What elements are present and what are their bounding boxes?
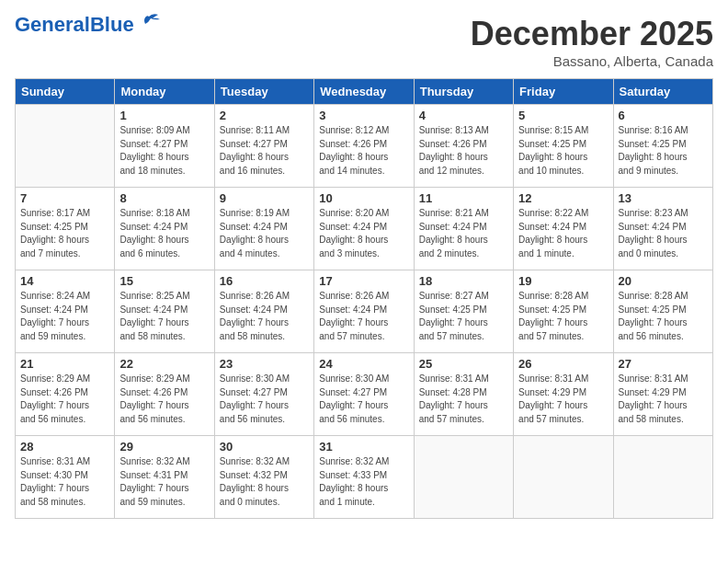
day-number: 2 <box>220 109 309 122</box>
cell-content: Sunrise: 8:29 AMSunset: 4:26 PMDaylight:… <box>20 373 109 426</box>
cell-content: Sunrise: 8:32 AMSunset: 4:31 PMDaylight:… <box>119 455 209 509</box>
day-number: 3 <box>319 109 408 122</box>
calendar-table: SundayMondayTuesdayWednesdayThursdayFrid… <box>15 78 713 519</box>
day-header-wednesday: Wednesday <box>314 79 414 105</box>
page-header: GeneralBlue December 2025 Bassano, Alber… <box>15 15 713 69</box>
calendar-cell: 17Sunrise: 8:26 AMSunset: 4:24 PMDayligh… <box>314 270 414 353</box>
cell-content: Sunrise: 8:31 AMSunset: 4:29 PMDaylight:… <box>619 373 708 426</box>
day-number: 28 <box>20 440 109 454</box>
day-number: 5 <box>518 109 608 122</box>
calendar-cell: 8Sunrise: 8:18 AMSunset: 4:24 PMDaylight… <box>115 188 214 270</box>
day-number: 15 <box>119 274 209 288</box>
calendar-cell: 1Sunrise: 8:09 AMSunset: 4:27 PMDaylight… <box>115 105 214 188</box>
logo-text: GeneralBlue <box>15 15 134 35</box>
calendar-cell: 25Sunrise: 8:31 AMSunset: 4:28 PMDayligh… <box>414 353 513 436</box>
title-block: December 2025 Bassano, Alberta, Canada <box>471 15 713 69</box>
month-title: December 2025 <box>471 15 713 53</box>
day-header-saturday: Saturday <box>613 79 712 105</box>
logo-general: General <box>15 13 90 36</box>
cell-content: Sunrise: 8:31 AMSunset: 4:30 PMDaylight:… <box>20 455 109 509</box>
calendar-cell <box>16 105 115 188</box>
cell-content: Sunrise: 8:31 AMSunset: 4:28 PMDaylight:… <box>419 373 508 426</box>
location: Bassano, Alberta, Canada <box>471 53 713 69</box>
calendar-cell: 16Sunrise: 8:26 AMSunset: 4:24 PMDayligh… <box>214 270 313 353</box>
cell-content: Sunrise: 8:30 AMSunset: 4:27 PMDaylight:… <box>220 373 309 426</box>
day-header-friday: Friday <box>514 79 613 105</box>
calendar-cell: 26Sunrise: 8:31 AMSunset: 4:29 PMDayligh… <box>514 353 613 436</box>
cell-content: Sunrise: 8:31 AMSunset: 4:29 PMDaylight:… <box>518 373 608 426</box>
logo: GeneralBlue <box>15 15 162 35</box>
calendar-cell: 20Sunrise: 8:28 AMSunset: 4:25 PMDayligh… <box>613 270 712 353</box>
cell-content: Sunrise: 8:17 AMSunset: 4:25 PMDaylight:… <box>20 207 109 260</box>
cell-content: Sunrise: 8:25 AMSunset: 4:24 PMDaylight:… <box>119 290 209 343</box>
calendar-week-row: 1Sunrise: 8:09 AMSunset: 4:27 PMDaylight… <box>16 105 713 188</box>
day-number: 24 <box>319 357 408 371</box>
day-number: 16 <box>220 274 309 288</box>
calendar-cell: 6Sunrise: 8:16 AMSunset: 4:25 PMDaylight… <box>613 105 712 188</box>
cell-content: Sunrise: 8:18 AMSunset: 4:24 PMDaylight:… <box>119 207 209 260</box>
calendar-cell: 9Sunrise: 8:19 AMSunset: 4:24 PMDaylight… <box>214 188 313 270</box>
cell-content: Sunrise: 8:09 AMSunset: 4:27 PMDaylight:… <box>119 124 209 178</box>
day-number: 4 <box>419 109 508 122</box>
cell-content: Sunrise: 8:32 AMSunset: 4:32 PMDaylight:… <box>220 455 309 509</box>
calendar-cell: 12Sunrise: 8:22 AMSunset: 4:24 PMDayligh… <box>514 188 613 270</box>
cell-content: Sunrise: 8:12 AMSunset: 4:26 PMDaylight:… <box>319 124 408 178</box>
cell-content: Sunrise: 8:26 AMSunset: 4:24 PMDaylight:… <box>319 290 408 343</box>
day-number: 17 <box>319 274 408 288</box>
cell-content: Sunrise: 8:32 AMSunset: 4:33 PMDaylight:… <box>319 455 408 509</box>
calendar-cell <box>414 436 513 519</box>
cell-content: Sunrise: 8:26 AMSunset: 4:24 PMDaylight:… <box>220 290 309 343</box>
cell-content: Sunrise: 8:24 AMSunset: 4:24 PMDaylight:… <box>20 290 109 343</box>
day-number: 19 <box>518 274 608 288</box>
day-number: 11 <box>419 191 508 205</box>
calendar-cell: 2Sunrise: 8:11 AMSunset: 4:27 PMDaylight… <box>214 105 313 188</box>
cell-content: Sunrise: 8:28 AMSunset: 4:25 PMDaylight:… <box>619 290 708 343</box>
day-number: 18 <box>419 274 508 288</box>
calendar-cell: 5Sunrise: 8:15 AMSunset: 4:25 PMDaylight… <box>514 105 613 188</box>
cell-content: Sunrise: 8:20 AMSunset: 4:24 PMDaylight:… <box>319 207 408 260</box>
cell-content: Sunrise: 8:16 AMSunset: 4:25 PMDaylight:… <box>619 124 708 178</box>
day-number: 1 <box>119 109 209 122</box>
calendar-week-row: 14Sunrise: 8:24 AMSunset: 4:24 PMDayligh… <box>16 270 713 353</box>
cell-content: Sunrise: 8:23 AMSunset: 4:24 PMDaylight:… <box>619 207 708 260</box>
calendar-cell <box>613 436 712 519</box>
calendar-cell: 27Sunrise: 8:31 AMSunset: 4:29 PMDayligh… <box>613 353 712 436</box>
calendar-cell: 22Sunrise: 8:29 AMSunset: 4:26 PMDayligh… <box>115 353 214 436</box>
day-header-monday: Monday <box>115 79 214 105</box>
day-number: 8 <box>119 191 209 205</box>
cell-content: Sunrise: 8:13 AMSunset: 4:26 PMDaylight:… <box>419 124 508 178</box>
calendar-cell: 4Sunrise: 8:13 AMSunset: 4:26 PMDaylight… <box>414 105 513 188</box>
day-number: 26 <box>518 357 608 371</box>
calendar-cell: 13Sunrise: 8:23 AMSunset: 4:24 PMDayligh… <box>613 188 712 270</box>
day-header-thursday: Thursday <box>414 79 513 105</box>
logo-blue: Blue <box>90 13 134 36</box>
calendar-cell: 29Sunrise: 8:32 AMSunset: 4:31 PMDayligh… <box>115 436 214 519</box>
calendar-cell: 11Sunrise: 8:21 AMSunset: 4:24 PMDayligh… <box>414 188 513 270</box>
cell-content: Sunrise: 8:29 AMSunset: 4:26 PMDaylight:… <box>119 373 209 426</box>
day-number: 25 <box>419 357 508 371</box>
calendar-cell: 10Sunrise: 8:20 AMSunset: 4:24 PMDayligh… <box>314 188 414 270</box>
day-number: 29 <box>119 440 209 454</box>
cell-content: Sunrise: 8:15 AMSunset: 4:25 PMDaylight:… <box>518 124 608 178</box>
day-header-tuesday: Tuesday <box>214 79 313 105</box>
cell-content: Sunrise: 8:19 AMSunset: 4:24 PMDaylight:… <box>220 207 309 260</box>
day-number: 23 <box>220 357 309 371</box>
calendar-week-row: 7Sunrise: 8:17 AMSunset: 4:25 PMDaylight… <box>16 188 713 270</box>
day-number: 30 <box>220 440 309 454</box>
calendar-week-row: 21Sunrise: 8:29 AMSunset: 4:26 PMDayligh… <box>16 353 713 436</box>
cell-content: Sunrise: 8:11 AMSunset: 4:27 PMDaylight:… <box>220 124 309 178</box>
day-number: 9 <box>220 191 309 205</box>
calendar-cell: 28Sunrise: 8:31 AMSunset: 4:30 PMDayligh… <box>16 436 115 519</box>
calendar-cell: 21Sunrise: 8:29 AMSunset: 4:26 PMDayligh… <box>16 353 115 436</box>
calendar-header-row: SundayMondayTuesdayWednesdayThursdayFrid… <box>16 79 713 105</box>
day-header-sunday: Sunday <box>16 79 115 105</box>
day-number: 21 <box>20 357 109 371</box>
cell-content: Sunrise: 8:30 AMSunset: 4:27 PMDaylight:… <box>319 373 408 426</box>
day-number: 20 <box>619 274 708 288</box>
day-number: 27 <box>619 357 708 371</box>
cell-content: Sunrise: 8:28 AMSunset: 4:25 PMDaylight:… <box>518 290 608 343</box>
day-number: 22 <box>119 357 209 371</box>
calendar-cell <box>514 436 613 519</box>
calendar-cell: 23Sunrise: 8:30 AMSunset: 4:27 PMDayligh… <box>214 353 313 436</box>
day-number: 10 <box>319 191 408 205</box>
